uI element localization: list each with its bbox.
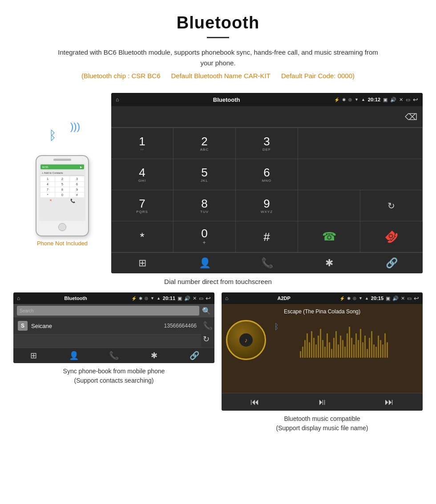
bt-status-icon: ✱: [342, 97, 346, 102]
dial-key-star[interactable]: *: [111, 221, 174, 252]
music-status-bar: ⌂ A2DP ⚡ ✱ ◎ ▼ ▲ 20:15 ▣ 🔊 ✕ ▭ ↩: [222, 292, 423, 304]
refresh-icon: ↻: [388, 200, 395, 211]
dial-key-8[interactable]: 8 TUV: [174, 190, 236, 221]
bluetooth-button[interactable]: ✱: [298, 257, 360, 269]
search-icon[interactable]: 🔍: [202, 307, 211, 315]
pb-wifi-icon: ▲: [157, 296, 161, 300]
pb-camera-icon[interactable]: ▣: [178, 296, 182, 301]
bottom-section: ⌂ Bluetooth ⚡ ✱ ◎ ▼ ▲ 20:11 ▣ 🔊 ✕ ▭ ↩: [13, 292, 423, 433]
music-signal-icon: ▼: [359, 296, 363, 300]
link-button[interactable]: 🔗: [360, 257, 423, 269]
window-icon[interactable]: ▭: [406, 97, 410, 103]
eq-bar: [344, 347, 346, 358]
music-home-icon[interactable]: ⌂: [225, 295, 228, 301]
eq-bar: [327, 333, 328, 358]
pb-close-icon[interactable]: ✕: [193, 296, 197, 301]
volume-icon[interactable]: 🔊: [390, 97, 396, 103]
dial-key-5[interactable]: 5 JKL: [174, 159, 236, 190]
home-icon[interactable]: ⌂: [116, 96, 119, 103]
pb-phone-icon[interactable]: 📞: [203, 321, 213, 331]
pb-title: Bluetooth: [22, 296, 129, 301]
eq-bar: [353, 344, 355, 358]
phonebook-body: S Seicane 13566664466 📞 ↻: [13, 317, 214, 348]
phone-add-contact: + Add to Contacts: [40, 171, 84, 176]
music-app-title: A2DP: [230, 296, 337, 301]
usb-icon: ⚡: [334, 97, 339, 102]
music-camera-icon[interactable]: ▣: [386, 296, 390, 301]
dial-key-9[interactable]: 9 WXYZ: [236, 190, 298, 221]
dial-key-3[interactable]: 3 DEF: [236, 128, 298, 159]
hangup-icon: ☎: [382, 227, 402, 247]
backspace-button[interactable]: ⌫: [405, 112, 417, 122]
phonebook-search-bar: Search 🔍: [13, 304, 214, 317]
eq-bar: [373, 344, 375, 358]
music-close-icon[interactable]: ✕: [401, 296, 405, 301]
dial-key-2[interactable]: 2 ABC: [174, 128, 236, 159]
pb-back-icon[interactable]: ↩: [206, 295, 211, 302]
dial-call-button[interactable]: ☎: [298, 221, 360, 252]
recent-calls-button[interactable]: 📞: [236, 257, 298, 269]
music-note-icon: ♪: [245, 336, 248, 344]
dial-key-0[interactable]: 0 +: [174, 221, 236, 252]
music-window-icon[interactable]: ▭: [407, 296, 412, 301]
phonebook-screen: ⌂ Bluetooth ⚡ ✱ ◎ ▼ ▲ 20:11 ▣ 🔊 ✕ ▭ ↩: [13, 292, 214, 363]
dialpad-button[interactable]: ⊞: [111, 257, 174, 269]
dial-key-4[interactable]: 4 GHI: [111, 159, 174, 190]
eq-bar: [342, 340, 343, 358]
pb-recent-button[interactable]: 📞: [94, 351, 134, 360]
dial-empty-3: [298, 190, 360, 221]
dial-redial-button[interactable]: ↻: [360, 190, 423, 221]
eq-bar: [304, 340, 306, 358]
music-volume-icon[interactable]: 🔊: [392, 296, 399, 301]
pb-link-button[interactable]: 🔗: [174, 351, 214, 360]
pb-usb-icon: ⚡: [131, 296, 137, 301]
eq-bar: [302, 347, 303, 358]
page-header: Bluetooth Integrated with BC6 Bluetooth …: [0, 0, 436, 88]
pb-contacts-button[interactable]: 👤: [53, 351, 93, 360]
phone-home-button: [58, 223, 66, 231]
dial-key-hash[interactable]: #: [236, 221, 298, 252]
eq-bar: [318, 336, 319, 358]
spec3: Default Pair Code: 0000): [281, 72, 355, 80]
back-icon[interactable]: ↩: [413, 96, 418, 103]
close-icon[interactable]: ✕: [399, 97, 403, 103]
rewind-button[interactable]: ⏮: [222, 397, 289, 407]
contacts-button[interactable]: 👤: [174, 257, 236, 269]
page-title: Bluetooth: [27, 13, 409, 32]
play-pause-button[interactable]: ⏯: [289, 397, 356, 407]
eq-bar: [311, 331, 312, 358]
dial-key-6[interactable]: 6 MNO: [236, 159, 298, 190]
dial-empty-2: [298, 159, 423, 190]
pb-volume-icon[interactable]: 🔊: [184, 296, 190, 301]
contact-row[interactable]: S Seicane 13566664466: [13, 317, 201, 335]
eq-bar: [313, 338, 315, 358]
music-body: Escape (The Pina Colada Song) ♪ ᛒ: [222, 304, 423, 393]
phonebook-content: S Seicane 13566664466: [13, 317, 201, 348]
pb-bt-button[interactable]: ✱: [134, 351, 174, 360]
dial-display: ⌫: [111, 106, 423, 128]
dial-hangup-button[interactable]: ☎: [360, 221, 423, 252]
phonebook-search-input[interactable]: Search: [17, 306, 199, 316]
title-divider: [207, 37, 229, 38]
eq-bar: [333, 338, 335, 358]
pb-refresh-icon[interactable]: ↻: [203, 334, 213, 344]
dial-key-7[interactable]: 7 PQRS: [111, 190, 174, 221]
music-card: ⌂ A2DP ⚡ ✱ ◎ ▼ ▲ 20:15 ▣ 🔊 ✕ ▭ ↩ Escape …: [222, 292, 423, 433]
contact-name: Seicane: [31, 323, 164, 329]
gps-icon: ◎: [348, 97, 352, 102]
album-art: ♪: [226, 320, 266, 360]
eq-bar: [364, 336, 366, 358]
phone-container: ᛒ ))) M:55 ▶ + Add to Contacts 1 2 3 4: [13, 93, 111, 247]
dial-screen-title: Bluetooth: [121, 96, 331, 103]
eq-bar: [335, 331, 337, 358]
music-back-icon[interactable]: ↩: [414, 295, 419, 302]
pb-dialpad-button[interactable]: ⊞: [13, 351, 53, 360]
pb-window-icon[interactable]: ▭: [199, 296, 203, 301]
dial-key-1[interactable]: 1 ▫▫: [111, 128, 174, 159]
pb-home-icon[interactable]: ⌂: [17, 295, 20, 301]
phone-screen-header: M:55 ▶: [40, 164, 84, 169]
music-caption: Bluetooth music compatible (Support disp…: [222, 414, 423, 433]
camera-icon[interactable]: ▣: [383, 97, 388, 103]
music-time: 20:15: [371, 296, 384, 301]
fast-forward-button[interactable]: ⏭: [355, 397, 423, 407]
